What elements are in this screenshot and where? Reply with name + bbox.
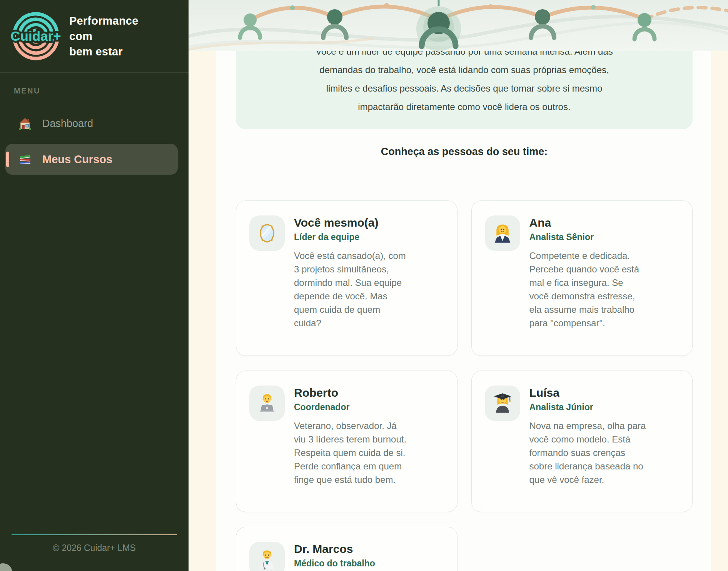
member-name: Ana xyxy=(529,215,640,230)
sidebar-footer-divider xyxy=(12,534,177,535)
sidebar: Cuidar+ Performance com bem estar MENU D… xyxy=(0,0,189,571)
member-role: Coordenador xyxy=(294,401,406,413)
woman-student-emoji-icon-card: Luísa Analista Júnior Nova na empresa, o… xyxy=(471,371,693,512)
sidebar-item-dashboard[interactable]: Dashboard xyxy=(5,112,178,135)
active-indicator xyxy=(6,152,9,167)
menu-section-label: MENU xyxy=(14,87,189,95)
team-member-card: Dr. Marcos Médico do trabalho xyxy=(236,527,458,571)
member-description: Competente e dedicada. Percebe quando vo… xyxy=(529,249,640,330)
sidebar-item-label: Dashboard xyxy=(42,118,93,130)
brand-tagline: Performance com bem estar xyxy=(69,13,139,59)
team-member-card: Roberto Coordenador Veterano, observador… xyxy=(236,371,458,512)
woman-office-worker-emoji-icon xyxy=(485,215,520,251)
member-description: Nova na empresa, olha para você como mod… xyxy=(529,419,646,486)
team-grid: Você mesmo(a) Líder da equipe Você está … xyxy=(236,200,693,571)
team-heading: Conheça as pessoas do seu time: xyxy=(236,145,693,158)
books-icon xyxy=(18,153,32,166)
sidebar-divider xyxy=(0,72,189,73)
man-technologist-emoji-icon xyxy=(249,386,285,421)
sidebar-item-label: Meus Cursos xyxy=(42,153,112,166)
member-name: Você mesmo(a) xyxy=(294,215,406,230)
team-member-card: Ana Analista Sênior Competente e dedicad… xyxy=(471,200,693,356)
sidebar-footer: © 2026 Cuidar+ LMS xyxy=(0,534,189,553)
team-member-card: Você mesmo(a) Líder da equipe Você está … xyxy=(236,200,458,356)
scenario-text: Você é um líder de equipe passando por u… xyxy=(253,42,676,116)
member-role: Médico do trabalho xyxy=(294,558,375,569)
cuidar-logo-icon: Cuidar+ xyxy=(10,10,62,62)
member-description: Você está cansado(a), com 3 projetos sim… xyxy=(294,249,406,330)
mirror-emoji-icon xyxy=(249,215,285,251)
house-icon xyxy=(18,117,32,130)
member-name: Luísa xyxy=(529,386,646,400)
corner-decoration xyxy=(0,563,12,571)
copyright-text: © 2026 Cuidar+ LMS xyxy=(0,543,189,553)
sidebar-nav: Dashboard xyxy=(0,112,189,175)
woman-student-emoji-icon xyxy=(485,386,520,421)
main-content: Você é um líder de equipe passando por u… xyxy=(189,0,728,571)
member-role: Analista Júnior xyxy=(529,401,646,413)
member-description: Veterano, observador. Já viu 3 líderes t… xyxy=(294,419,406,486)
member-name: Roberto xyxy=(294,386,406,400)
member-role: Líder da equipe xyxy=(294,231,406,243)
man-health-worker-emoji-icon xyxy=(249,542,285,571)
member-name: Dr. Marcos xyxy=(294,542,375,556)
content-panel: Você é um líder de equipe passando por u… xyxy=(216,0,711,571)
sidebar-item-meus-cursos[interactable]: Meus Cursos xyxy=(5,144,178,175)
brand: Cuidar+ Performance com bem estar xyxy=(0,0,189,71)
people-network-illustration xyxy=(189,0,728,51)
logo-text: Cuidar+ xyxy=(10,28,61,43)
member-role: Analista Sênior xyxy=(529,231,640,243)
